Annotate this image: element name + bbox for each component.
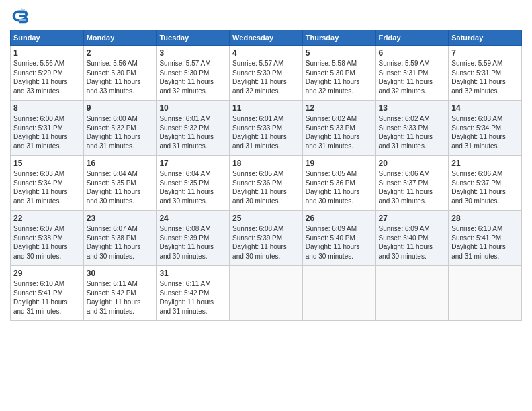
calendar-body: 1Sunrise: 5:56 AMSunset: 5:29 PMDaylight… [11, 46, 522, 321]
calendar-cell: 4Sunrise: 5:57 AMSunset: 5:30 PMDaylight… [230, 46, 303, 101]
day-number: 26 [306, 213, 373, 224]
day-info-line-1: Sunset: 5:30 PM [232, 68, 300, 78]
day-number: 2 [87, 48, 154, 58]
day-number: 31 [159, 268, 226, 279]
week-row-1: 1Sunrise: 5:56 AMSunset: 5:29 PMDaylight… [11, 46, 522, 101]
day-number: 8 [13, 103, 81, 113]
day-info-line-2: Daylight: 11 hours [306, 187, 373, 197]
calendar-cell: 6Sunrise: 5:59 AMSunset: 5:31 PMDaylight… [375, 46, 449, 101]
day-info-line-3: and 31 minutes. [13, 197, 81, 206]
day-number: 29 [13, 268, 81, 279]
calendar-cell: 28Sunrise: 6:10 AMSunset: 5:41 PMDayligh… [449, 211, 522, 266]
day-number: 1 [13, 48, 81, 58]
day-number: 25 [232, 213, 300, 224]
calendar-cell: 15Sunrise: 6:03 AMSunset: 5:34 PMDayligh… [11, 156, 84, 211]
day-info-line-0: Sunrise: 5:56 AM [87, 59, 154, 68]
header [10, 7, 522, 26]
day-number: 30 [87, 268, 154, 279]
day-info-line-2: Daylight: 11 hours [159, 132, 226, 142]
calendar-cell [375, 266, 449, 321]
day-info-line-3: and 31 minutes. [13, 307, 81, 316]
day-info-line-0: Sunrise: 5:58 AM [306, 59, 373, 68]
day-info-line-2: Daylight: 11 hours [87, 187, 154, 197]
calendar-cell: 17Sunrise: 6:04 AMSunset: 5:35 PMDayligh… [157, 156, 230, 211]
day-info-line-3: and 31 minutes. [87, 307, 154, 316]
day-info-line-1: Sunset: 5:41 PM [13, 289, 81, 298]
calendar-cell: 20Sunrise: 6:06 AMSunset: 5:37 PMDayligh… [375, 156, 449, 211]
day-info-line-1: Sunset: 5:34 PM [13, 179, 81, 188]
calendar-cell: 1Sunrise: 5:56 AMSunset: 5:29 PMDaylight… [11, 46, 84, 101]
day-info-line-1: Sunset: 5:31 PM [13, 124, 81, 133]
day-info-line-3: and 30 minutes. [87, 197, 154, 206]
day-number: 28 [451, 213, 519, 224]
day-info-line-1: Sunset: 5:36 PM [306, 179, 373, 188]
week-row-2: 8Sunrise: 6:00 AMSunset: 5:31 PMDaylight… [11, 101, 522, 156]
page: SundayMondayTuesdayWednesdayThursdayFrid… [0, 0, 532, 411]
day-info-line-3: and 30 minutes. [159, 197, 226, 206]
day-info-line-1: Sunset: 5:31 PM [379, 68, 446, 78]
day-number: 23 [87, 213, 154, 224]
day-info-line-0: Sunrise: 6:08 AM [232, 224, 300, 234]
day-info-line-0: Sunrise: 6:05 AM [306, 169, 373, 179]
day-info-line-0: Sunrise: 6:10 AM [451, 224, 519, 234]
day-info-line-1: Sunset: 5:34 PM [451, 124, 519, 133]
day-info-line-0: Sunrise: 6:05 AM [232, 169, 300, 179]
day-info-line-2: Daylight: 11 hours [451, 132, 519, 142]
day-info-line-3: and 30 minutes. [306, 252, 373, 261]
day-info-line-2: Daylight: 11 hours [232, 187, 300, 197]
day-number: 22 [13, 213, 81, 224]
day-info-line-1: Sunset: 5:37 PM [379, 179, 446, 188]
week-row-5: 29Sunrise: 6:10 AMSunset: 5:41 PMDayligh… [11, 266, 522, 321]
day-info-line-1: Sunset: 5:30 PM [87, 68, 154, 78]
day-info-line-2: Daylight: 11 hours [451, 77, 519, 87]
day-info-line-3: and 32 minutes. [306, 87, 373, 96]
calendar-cell: 24Sunrise: 6:08 AMSunset: 5:39 PMDayligh… [157, 211, 230, 266]
day-info-line-1: Sunset: 5:42 PM [87, 289, 154, 298]
weekday-saturday: Saturday [449, 30, 522, 46]
day-info-line-0: Sunrise: 6:01 AM [232, 114, 300, 124]
day-info-line-3: and 31 minutes. [87, 142, 154, 151]
day-number: 16 [87, 158, 154, 169]
day-info-line-1: Sunset: 5:32 PM [159, 124, 226, 133]
day-info-line-3: and 30 minutes. [379, 197, 446, 206]
calendar-cell: 7Sunrise: 5:59 AMSunset: 5:31 PMDaylight… [449, 46, 522, 101]
day-info-line-1: Sunset: 5:33 PM [232, 124, 300, 133]
day-number: 6 [379, 48, 446, 58]
day-info-line-0: Sunrise: 5:57 AM [232, 59, 300, 68]
day-info-line-3: and 30 minutes. [379, 252, 446, 261]
day-info-line-0: Sunrise: 6:00 AM [87, 114, 154, 124]
day-info-line-1: Sunset: 5:41 PM [451, 234, 519, 243]
day-info-line-0: Sunrise: 6:04 AM [87, 169, 154, 179]
calendar-cell: 26Sunrise: 6:09 AMSunset: 5:40 PMDayligh… [302, 211, 375, 266]
day-number: 17 [159, 158, 226, 169]
day-info-line-0: Sunrise: 6:00 AM [13, 114, 81, 124]
calendar-cell: 30Sunrise: 6:11 AMSunset: 5:42 PMDayligh… [83, 266, 157, 321]
day-info-line-3: and 31 minutes. [379, 142, 446, 151]
day-info-line-1: Sunset: 5:40 PM [306, 234, 373, 243]
calendar-cell: 31Sunrise: 6:11 AMSunset: 5:42 PMDayligh… [157, 266, 230, 321]
day-info-line-2: Daylight: 11 hours [87, 132, 154, 142]
day-info-line-1: Sunset: 5:40 PM [379, 234, 446, 243]
day-info-line-1: Sunset: 5:29 PM [13, 68, 81, 78]
week-row-4: 22Sunrise: 6:07 AMSunset: 5:38 PMDayligh… [11, 211, 522, 266]
day-info-line-0: Sunrise: 5:59 AM [451, 59, 519, 68]
day-info-line-2: Daylight: 11 hours [306, 77, 373, 87]
calendar-cell: 13Sunrise: 6:02 AMSunset: 5:33 PMDayligh… [375, 101, 449, 156]
calendar-cell: 27Sunrise: 6:09 AMSunset: 5:40 PMDayligh… [375, 211, 449, 266]
day-info-line-2: Daylight: 11 hours [159, 242, 226, 252]
day-info-line-0: Sunrise: 6:07 AM [87, 224, 154, 234]
day-number: 4 [232, 48, 300, 58]
calendar-cell [449, 266, 522, 321]
day-info-line-1: Sunset: 5:30 PM [306, 68, 373, 78]
day-info-line-2: Daylight: 11 hours [13, 298, 81, 307]
day-info-line-0: Sunrise: 5:56 AM [13, 59, 81, 68]
day-info-line-1: Sunset: 5:37 PM [451, 179, 519, 188]
day-info-line-0: Sunrise: 6:09 AM [306, 224, 373, 234]
day-info-line-2: Daylight: 11 hours [379, 132, 446, 142]
day-info-line-2: Daylight: 11 hours [159, 298, 226, 307]
calendar-cell [230, 266, 303, 321]
day-info-line-3: and 30 minutes. [159, 252, 226, 261]
day-info-line-0: Sunrise: 6:06 AM [451, 169, 519, 179]
day-info-line-2: Daylight: 11 hours [87, 298, 154, 307]
day-info-line-0: Sunrise: 6:02 AM [379, 114, 446, 124]
